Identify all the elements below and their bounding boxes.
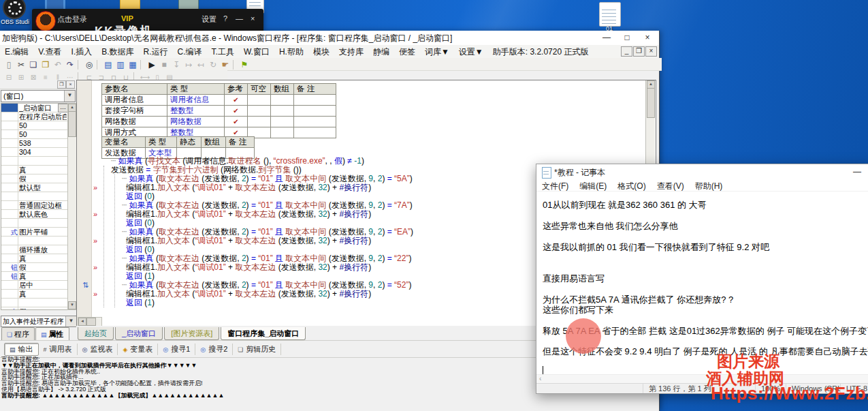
property-row[interactable]: 50 <box>1 121 68 130</box>
property-row[interactable] <box>1 219 68 228</box>
chevron-down-icon[interactable]: ▼ <box>65 316 76 326</box>
output-tab-输出[interactable]: ▤输出 <box>4 343 39 356</box>
menu-item[interactable]: 词库▼ <box>420 45 454 58</box>
kk-settings-button[interactable]: 设置 <box>202 14 216 25</box>
property-row[interactable]: 循环播放 <box>1 245 68 254</box>
toolbar-button[interactable]: ▶ <box>146 59 158 70</box>
toolbar-button[interactable]: ⚑ <box>238 59 251 70</box>
notepad-minimize-button[interactable]: — <box>846 166 868 178</box>
mdi-button[interactable]: _ <box>621 46 632 57</box>
toolbar-button[interactable]: ↤ <box>195 59 207 70</box>
property-value[interactable]: 假 <box>19 174 67 183</box>
property-value[interactable]: 真 <box>19 272 67 280</box>
code-hscrollbar[interactable]: ◄ <box>78 317 102 326</box>
chevron-down-icon[interactable]: ▼ <box>64 91 75 102</box>
ide-close-button[interactable]: × <box>637 31 658 44</box>
menu-item[interactable]: 设置▼ <box>454 45 488 58</box>
property-row[interactable]: 538 <box>1 139 68 148</box>
property-value[interactable]: 真 <box>19 290 67 298</box>
property-row[interactable]: 304 <box>1 148 68 157</box>
property-value[interactable]: 默认型 <box>19 183 67 192</box>
property-row[interactable]: 默认型 <box>1 183 68 192</box>
desktop-document-icon-01[interactable] <box>599 2 621 27</box>
panel-tab-属性[interactable]: ▤属性 <box>35 327 69 340</box>
output-tab-剪辑历史[interactable]: ❏剪辑历史 <box>233 344 281 355</box>
property-row[interactable]: 真 <box>1 290 68 299</box>
output-tab-监视表[interactable]: ◎监视表 <box>78 344 118 355</box>
property-row[interactable]: 假 <box>1 174 68 183</box>
kk-vip-button[interactable]: VIP <box>121 14 133 22</box>
property-row[interactable] <box>1 192 68 201</box>
ide-minimize-button[interactable]: — <box>596 31 617 44</box>
kk-close-button[interactable]: × <box>251 14 255 22</box>
mdi-button[interactable]: × <box>645 46 657 57</box>
toolbar-button[interactable]: ↻ <box>207 59 219 70</box>
scrollbar-thumb[interactable] <box>86 318 96 326</box>
mdi-button[interactable]: ❐ <box>633 46 645 57</box>
output-tab-调用表[interactable]: #调用表 <box>39 344 78 355</box>
menu-item[interactable]: T.工具 <box>207 45 239 58</box>
menu-item[interactable]: E.编辑 <box>0 45 33 58</box>
property-value[interactable]: 居中 <box>19 281 67 289</box>
property-value[interactable]: 真 <box>19 166 67 174</box>
menu-item[interactable]: R.运行 <box>139 45 173 58</box>
property-row[interactable] <box>1 299 68 307</box>
property-value[interactable]: 默认底色 <box>19 210 67 218</box>
property-value[interactable]: 假 <box>19 263 67 271</box>
property-grid[interactable]: _启动窗口…在程序启动后自动5050538304真假默认型普通固定边框默认底色式… <box>1 103 69 310</box>
menu-item[interactable]: C.编译 <box>173 45 207 58</box>
property-row[interactable]: 默认底色 <box>1 210 68 219</box>
menu-item[interactable]: V.查看 <box>33 45 66 58</box>
scroll-left-icon[interactable]: ◄ <box>78 318 86 326</box>
property-row[interactable] <box>1 157 68 166</box>
window-selector-combo[interactable]: (窗口) ▼ <box>1 90 76 102</box>
toolbar-button[interactable]: ↧ <box>170 59 182 70</box>
output-tab-搜寻1[interactable]: ◎搜寻1 <box>158 344 195 355</box>
toolbar-button[interactable]: ❏ <box>27 59 39 70</box>
toolbar-button[interactable]: ❐ <box>39 59 52 70</box>
toolbar-button[interactable]: ▯ <box>3 59 15 70</box>
property-row[interactable]: 在程序启动后自动 <box>1 112 68 121</box>
property-row[interactable]: _启动窗口… <box>1 104 68 112</box>
menu-item[interactable]: 模块 <box>308 45 334 58</box>
property-row[interactable]: 点假 <box>1 307 68 310</box>
menu-item[interactable]: 便签 <box>394 45 420 58</box>
menu-item[interactable]: 支持库 <box>334 45 368 58</box>
panel-close-icon[interactable]: × <box>66 80 75 89</box>
kk-login-button[interactable]: 点击登录 <box>57 14 87 25</box>
ellipsis-button[interactable]: … <box>58 104 68 112</box>
editor-tab-t1[interactable]: 起始页 <box>78 327 114 340</box>
menu-item[interactable]: H.帮助 <box>274 45 308 58</box>
property-row[interactable]: 居中 <box>1 281 68 290</box>
toolbar-button[interactable]: ■ <box>158 59 170 70</box>
toolbar-button[interactable]: ▤ <box>102 59 114 70</box>
output-tab-变量表[interactable]: ◈变量表 <box>118 344 158 355</box>
parameter-table[interactable]: 参数名类 型参考可空数组备 注调用者信息调用者信息✔套接字句柄整数型✔网络数据网… <box>101 83 336 138</box>
editor-tab-t3[interactable]: [图片资源表] <box>164 327 219 340</box>
menu-item[interactable]: B.数据库 <box>97 45 138 58</box>
property-row[interactable]: 普通固定边框 <box>1 201 68 210</box>
output-tab-搜寻2[interactable]: ◎搜寻2 <box>195 344 233 355</box>
toolbar-button[interactable]: ◎ <box>83 59 95 70</box>
panel-tab-程序[interactable]: ❏程序 <box>1 327 35 340</box>
property-row[interactable]: 真 <box>1 166 68 174</box>
notepad-menu-item[interactable]: 编辑(E) <box>574 180 612 192</box>
property-value[interactable]: 真 <box>19 254 67 262</box>
scroll-down-icon[interactable]: ▼ <box>68 301 76 309</box>
property-value[interactable]: 538 <box>19 139 67 147</box>
menu-item[interactable]: I.插入 <box>67 45 97 58</box>
notepad-menu-item[interactable]: 格式(O) <box>612 180 651 192</box>
property-value[interactable]: 循环播放 <box>19 245 67 254</box>
scrollbar-thumb[interactable] <box>647 88 655 118</box>
scrollbar-thumb[interactable] <box>68 111 76 137</box>
notepad-menu-item[interactable]: 文件(F) <box>536 180 574 192</box>
property-value[interactable]: 普通固定边框 <box>19 201 67 209</box>
notepad-hscrollbar[interactable]: ‹ <box>536 374 868 384</box>
property-value[interactable]: 304 <box>19 148 67 156</box>
property-row[interactable]: 式图片平铺 <box>1 228 68 237</box>
property-value[interactable]: 50 <box>19 130 67 138</box>
property-row[interactable] <box>1 237 68 245</box>
property-row[interactable]: 钮真 <box>1 272 68 281</box>
property-value[interactable]: 在程序启动后自动 <box>19 112 67 121</box>
toolbar-button[interactable]: ▥ <box>114 59 127 70</box>
